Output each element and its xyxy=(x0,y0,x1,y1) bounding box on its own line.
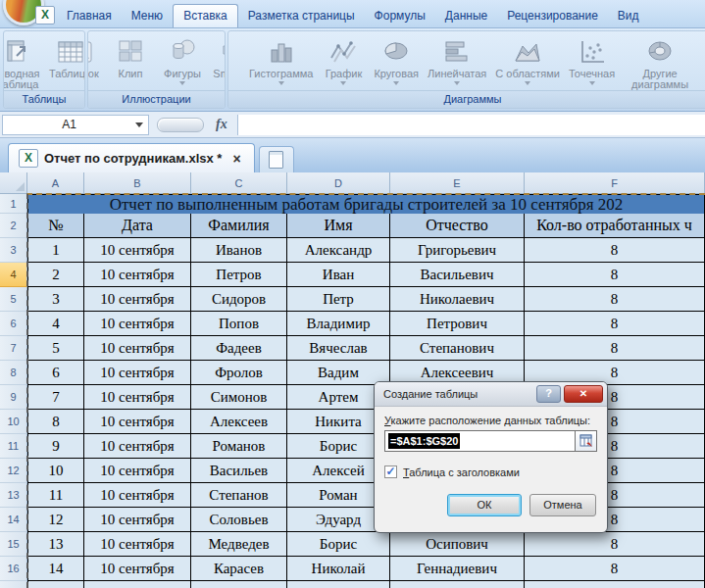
cell-A15[interactable]: 13 xyxy=(27,532,84,557)
ribbon-tab-6[interactable]: Рецензирование xyxy=(497,5,608,27)
cell-F17[interactable] xyxy=(525,581,705,588)
cell-B15[interactable]: 10 сентября xyxy=(84,532,191,557)
chevron-down-icon[interactable] xyxy=(393,81,399,85)
name-box[interactable]: A1 xyxy=(2,115,149,135)
cell-D3[interactable]: Александр xyxy=(287,238,390,263)
column-header-E[interactable]: E xyxy=(390,172,525,194)
ribbon-tab-1[interactable]: Меню xyxy=(122,5,173,27)
row-header-1[interactable]: 1 xyxy=(0,194,27,214)
cell-E7[interactable]: Степанович xyxy=(390,336,525,361)
cell-C15[interactable]: Медведев xyxy=(191,532,287,557)
ribbon-tab-2[interactable]: Вставка xyxy=(173,4,238,27)
cell-C16[interactable]: Карасев xyxy=(191,557,287,581)
cell-C14[interactable]: Соловьев xyxy=(191,508,287,532)
row-header-8[interactable]: 8 xyxy=(0,361,27,385)
cell-A11[interactable]: 9 xyxy=(27,434,84,459)
scatter-chart-button[interactable]: Точечная xyxy=(565,34,619,86)
cell-B11[interactable]: 10 сентября xyxy=(84,434,191,459)
cell-D16[interactable]: Николай xyxy=(287,557,390,581)
cell-A6[interactable]: 4 xyxy=(27,312,84,336)
cell-B14[interactable]: 10 сентября xyxy=(84,508,191,532)
new-document-tab[interactable] xyxy=(259,146,294,172)
cell-B13[interactable]: 10 сентября xyxy=(84,483,191,508)
cell-B8[interactable]: 10 сентября xyxy=(84,361,191,385)
dialog-close-button[interactable]: ✕ xyxy=(564,385,603,403)
cell-D6[interactable]: Владимир xyxy=(287,312,390,336)
row-header-6[interactable]: 6 xyxy=(0,312,27,336)
cell-A10[interactable]: 8 xyxy=(27,410,84,434)
cell-A14[interactable]: 12 xyxy=(27,508,84,532)
cell-D2[interactable]: Имя xyxy=(287,214,390,238)
cell-F6[interactable]: 8 xyxy=(525,312,705,336)
ribbon-tab-7[interactable]: Вид xyxy=(608,5,649,27)
pivot-table-button[interactable]: Сводная таблица xyxy=(4,34,44,91)
cell-C2[interactable]: Фамилия xyxy=(191,214,287,238)
cell-B7[interactable]: 10 сентября xyxy=(84,336,191,361)
cell-D5[interactable]: Петр xyxy=(287,287,390,312)
cell-E4[interactable]: Васильевич xyxy=(390,263,525,287)
row-header-10[interactable]: 10 xyxy=(0,410,27,434)
cell-E2[interactable]: Отчество xyxy=(390,214,525,238)
cell-B17[interactable] xyxy=(84,581,191,588)
cell-B2[interactable]: Дата xyxy=(84,214,191,238)
cell-A13[interactable]: 11 xyxy=(27,483,84,508)
ribbon-tab-4[interactable]: Формулы xyxy=(365,5,435,27)
row-header-5[interactable]: 5 xyxy=(0,287,27,312)
cell-A5[interactable]: 3 xyxy=(27,287,84,312)
doughnut-chart-button[interactable]: Другие диаграммы xyxy=(620,34,700,91)
row-header-11[interactable]: 11 xyxy=(0,434,27,459)
line-chart-button[interactable]: График xyxy=(318,34,369,86)
cell-A7[interactable]: 5 xyxy=(27,336,84,361)
cell-C12[interactable]: Васильев xyxy=(191,459,287,483)
select-all-corner[interactable] xyxy=(0,172,27,194)
cell-F4[interactable]: 8 xyxy=(525,263,705,287)
cell-A2[interactable]: № xyxy=(27,214,84,238)
cell-C8[interactable]: Фролов xyxy=(191,361,287,385)
cell-E16[interactable]: Геннадиевич xyxy=(390,557,525,581)
row-header-16[interactable]: 16 xyxy=(0,557,27,581)
cell-C13[interactable]: Степанов xyxy=(191,483,287,508)
cell-C10[interactable]: Алексеев xyxy=(191,410,287,434)
ribbon-tab-5[interactable]: Данные xyxy=(435,5,497,27)
cell-E17[interactable] xyxy=(390,581,525,588)
ok-button[interactable]: ОК xyxy=(447,494,522,516)
column-header-F[interactable]: F xyxy=(525,172,705,194)
chevron-down-icon[interactable] xyxy=(340,81,346,85)
chevron-down-icon[interactable] xyxy=(525,81,530,85)
row-header-2[interactable]: 2 xyxy=(0,214,27,238)
cell-B9[interactable]: 10 сентября xyxy=(84,385,191,410)
cell-D8[interactable]: Вадим xyxy=(287,361,390,385)
table-button[interactable]: Таблица xyxy=(45,34,85,80)
area-chart-button[interactable]: С областями xyxy=(491,34,564,86)
cell-C11[interactable]: Романов xyxy=(191,434,287,459)
cell-B16[interactable]: 10 сентября xyxy=(84,557,191,581)
picture-button[interactable]: Рисунок xyxy=(88,34,104,80)
cell-A16[interactable]: 14 xyxy=(27,557,84,581)
cell-B12[interactable]: 10 сентября xyxy=(84,459,191,483)
cell-F15[interactable]: 8 xyxy=(525,532,705,557)
cell-A3[interactable]: 1 xyxy=(27,238,84,263)
cell-E6[interactable]: Петрович xyxy=(390,312,525,336)
smartart-button[interactable]: SmartArt xyxy=(209,34,225,80)
row-header-12[interactable]: 12 xyxy=(0,459,27,483)
clipart-button[interactable]: Клип xyxy=(105,34,156,80)
cell-D4[interactable]: Иван xyxy=(287,263,390,287)
help-button[interactable]: ? xyxy=(536,385,561,403)
cell-E15[interactable]: Осипович xyxy=(390,532,525,557)
cell-D15[interactable]: Борис xyxy=(287,532,390,557)
row-header-17[interactable]: 17 xyxy=(0,581,27,588)
cell-A8[interactable]: 6 xyxy=(27,361,84,385)
table-range-input[interactable]: =$A$1:$G$20 xyxy=(384,430,576,452)
row-header-4[interactable]: 4 xyxy=(0,263,27,287)
cell-F5[interactable]: 8 xyxy=(525,287,705,312)
formula-input[interactable] xyxy=(237,115,705,135)
chevron-down-icon[interactable] xyxy=(179,81,185,85)
insert-function-button[interactable]: fx xyxy=(216,117,227,132)
cell-B4[interactable]: 10 сентября xyxy=(84,263,191,287)
cell-A12[interactable]: 10 xyxy=(27,459,84,483)
shapes-button[interactable]: Фигуры xyxy=(157,34,208,86)
cell-B10[interactable]: 10 сентября xyxy=(84,410,191,434)
headers-checkbox[interactable]: ✓ xyxy=(384,466,397,478)
ribbon-tab-0[interactable]: Главная xyxy=(57,5,122,27)
cell-B3[interactable]: 10 сентября xyxy=(84,238,191,263)
